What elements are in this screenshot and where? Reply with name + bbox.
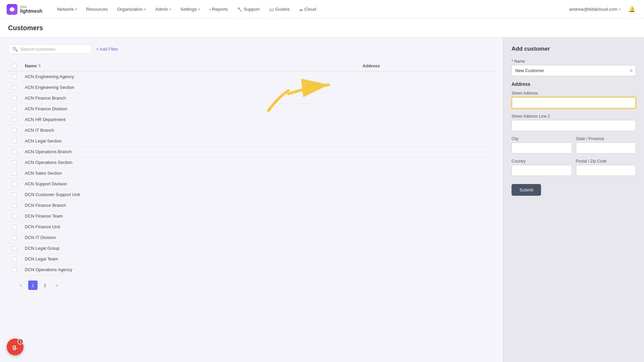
country-input[interactable] bbox=[512, 165, 572, 176]
select-all-checkbox[interactable] bbox=[12, 64, 17, 68]
row-checkbox-cell bbox=[8, 136, 21, 146]
nav-admin[interactable]: Admin ▾ bbox=[151, 0, 176, 19]
search-box[interactable]: 🔍 bbox=[8, 44, 92, 54]
nav-cloud[interactable]: ☁ Cloud bbox=[294, 0, 321, 19]
street-address-line2-label: Street Address Line 2 bbox=[512, 114, 636, 119]
table-row: ACN Legal Section bbox=[8, 136, 495, 146]
table-row: ACN Operations Branch bbox=[8, 146, 495, 157]
support-icon: 🔧 bbox=[237, 7, 242, 12]
row-address bbox=[359, 222, 495, 232]
nav-items: Network ▾ Resources Organization ▾ Admin… bbox=[52, 0, 565, 19]
row-checkbox[interactable] bbox=[12, 171, 17, 176]
nav-guides[interactable]: 📖 Guides bbox=[264, 0, 294, 19]
guides-icon: 📖 bbox=[269, 7, 274, 12]
table-row: ACN Finance Branch bbox=[8, 93, 495, 104]
table-row: DCN Finance Team bbox=[8, 211, 495, 222]
row-name: DCN Finance Branch bbox=[21, 200, 359, 211]
notification-bell[interactable]: 🔔 bbox=[627, 4, 637, 15]
nav-settings[interactable]: Settings ▾ bbox=[176, 0, 205, 19]
nav-support[interactable]: 🔧 Support bbox=[232, 0, 264, 19]
page-body: 🔍 + Add Filter Name ⇅ bbox=[0, 38, 644, 362]
g2-notification-count: 3 bbox=[17, 339, 23, 345]
name-form-group: * Name ✕ bbox=[512, 59, 636, 76]
row-name: DCN Operations Agency bbox=[21, 264, 359, 275]
city-state-row: City State / Province bbox=[512, 136, 636, 159]
row-checkbox[interactable] bbox=[12, 107, 17, 111]
row-name: DCN Finance Unit bbox=[21, 222, 359, 232]
row-checkbox[interactable] bbox=[12, 117, 17, 122]
row-name: ACN Finance Division bbox=[21, 104, 359, 114]
row-name: ACN Operations Section bbox=[21, 157, 359, 168]
prev-page-button[interactable]: ‹ bbox=[16, 281, 25, 290]
row-checkbox[interactable] bbox=[12, 139, 17, 143]
name-input[interactable] bbox=[512, 65, 636, 76]
postal-input[interactable] bbox=[576, 165, 636, 176]
row-checkbox[interactable] bbox=[12, 160, 17, 165]
row-checkbox-cell bbox=[8, 168, 21, 179]
country-label: Country bbox=[512, 159, 572, 164]
row-address bbox=[359, 254, 495, 264]
g2-badge[interactable]: g. 3 bbox=[7, 339, 23, 355]
g2-letter: g. bbox=[12, 344, 18, 351]
page-title: Customers bbox=[8, 24, 636, 32]
table-row: ACN Support Division bbox=[8, 179, 495, 189]
row-address bbox=[359, 179, 495, 189]
row-checkbox[interactable] bbox=[12, 214, 17, 219]
next-page-button[interactable]: › bbox=[52, 281, 62, 290]
row-checkbox[interactable] bbox=[12, 267, 17, 272]
row-checkbox[interactable] bbox=[12, 149, 17, 154]
row-checkbox[interactable] bbox=[12, 225, 17, 229]
row-checkbox-cell bbox=[8, 211, 21, 222]
state-input[interactable] bbox=[576, 142, 636, 154]
table-row: DCN IT Division bbox=[8, 232, 495, 243]
row-checkbox[interactable] bbox=[12, 85, 17, 90]
sort-icon[interactable]: ⇅ bbox=[38, 64, 41, 68]
clear-name-icon[interactable]: ✕ bbox=[629, 68, 633, 73]
logo-text: tidal lightmesh bbox=[20, 5, 42, 14]
row-checkbox[interactable] bbox=[12, 257, 17, 261]
row-address bbox=[359, 93, 495, 104]
row-checkbox[interactable] bbox=[12, 192, 17, 197]
row-checkbox-cell bbox=[8, 243, 21, 254]
nav-organization[interactable]: Organization ▾ bbox=[112, 0, 151, 19]
submit-button[interactable]: Submit bbox=[512, 184, 541, 196]
logo[interactable]: tidal lightmesh bbox=[7, 4, 42, 15]
postal-label: Postal / Zip Code bbox=[576, 159, 636, 164]
city-input[interactable] bbox=[512, 142, 572, 154]
row-checkbox[interactable] bbox=[12, 235, 17, 240]
street-address-line2-form-group: Street Address Line 2 bbox=[512, 114, 636, 131]
page-1-button[interactable]: 1 bbox=[28, 281, 38, 290]
row-checkbox-cell bbox=[8, 157, 21, 168]
street-address-label: Street Address bbox=[512, 91, 636, 96]
row-checkbox[interactable] bbox=[12, 128, 17, 133]
nav-reports[interactable]: ▪ Reports bbox=[205, 0, 233, 19]
add-filter-button[interactable]: + Add Filter bbox=[96, 47, 118, 52]
row-name: ACN Support Division bbox=[21, 179, 359, 189]
search-input[interactable] bbox=[20, 47, 88, 52]
nav-user-email[interactable]: andrew@tidalcloud.com ▾ bbox=[565, 0, 625, 19]
page-header: Customers bbox=[0, 19, 644, 38]
country-form-group: Country bbox=[512, 159, 572, 176]
row-checkbox[interactable] bbox=[12, 96, 17, 101]
row-address bbox=[359, 136, 495, 146]
row-checkbox-cell bbox=[8, 179, 21, 189]
row-checkbox[interactable] bbox=[12, 182, 17, 186]
table-row: ACN Operations Section bbox=[8, 157, 495, 168]
street-address-line2-input[interactable] bbox=[512, 120, 636, 131]
add-customer-panel: Add customer * Name ✕ Address Street Add… bbox=[503, 38, 644, 362]
street-address-input[interactable] bbox=[512, 97, 636, 109]
row-name: ACN Engineering Section bbox=[21, 82, 359, 93]
row-address bbox=[359, 232, 495, 243]
table-row: ACN Sales Section bbox=[8, 168, 495, 179]
row-name: DCN Finance Team bbox=[21, 211, 359, 222]
nav-resources[interactable]: Resources bbox=[82, 0, 113, 19]
row-checkbox-cell bbox=[8, 200, 21, 211]
table-row: DCN Legal Group bbox=[8, 243, 495, 254]
row-name: DCN IT Division bbox=[21, 232, 359, 243]
row-checkbox[interactable] bbox=[12, 203, 17, 208]
row-checkbox[interactable] bbox=[12, 74, 17, 79]
row-checkbox[interactable] bbox=[12, 246, 17, 251]
page-2-button[interactable]: 2 bbox=[40, 281, 50, 290]
nav-network[interactable]: Network ▾ bbox=[52, 0, 82, 19]
row-address bbox=[359, 146, 495, 157]
